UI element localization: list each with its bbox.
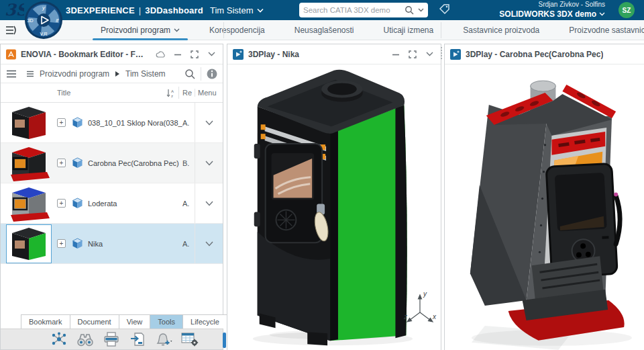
table-row[interactable]: + 038_10_01 Sklop Nora(038_10_0... A. bbox=[1, 103, 223, 143]
search-icon[interactable] bbox=[405, 5, 414, 15]
share-network-icon[interactable] bbox=[50, 331, 68, 347]
row-menu-chevron-icon[interactable] bbox=[205, 241, 213, 247]
3dplay-app-icon bbox=[450, 49, 461, 60]
tab-neusaglasenosti[interactable]: Neusaglašenosti bbox=[280, 20, 369, 40]
panel-menu-icon[interactable] bbox=[6, 70, 17, 78]
list-icon[interactable] bbox=[26, 71, 34, 77]
nika-3d-viewport[interactable]: y z x bbox=[227, 64, 441, 350]
table-row[interactable]: + Carobna Pec(Carobna Pec) B. bbox=[1, 143, 223, 183]
expand-button[interactable]: + bbox=[57, 199, 66, 208]
panel-drag-handle[interactable] bbox=[439, 47, 443, 60]
table-header: Title Az Re Menu bbox=[1, 83, 223, 103]
application-window: 3S 3DEXPERIENCE | 3DDashboard Tim Sistem… bbox=[0, 0, 644, 350]
bookmark-footer-tabs: Bookmark Document View Tools Lifecycle bbox=[1, 313, 223, 329]
search-input[interactable]: Search CATIA 3DX demo bbox=[299, 3, 428, 17]
breadcrumb-current[interactable]: Tim Sistem bbox=[125, 69, 166, 79]
search-placeholder: Search CATIA 3DX demo bbox=[303, 6, 400, 14]
row-thumbnail[interactable] bbox=[1, 144, 57, 182]
avatar[interactable]: SZ bbox=[619, 2, 635, 18]
svg-text:3S: 3S bbox=[5, 1, 24, 19]
3dplay-nika-panel: 3DPlay - Nika bbox=[227, 44, 441, 350]
tab-sastavnice-proizvoda[interactable]: Sastavnice proizvoda bbox=[448, 20, 554, 40]
column-revision[interactable]: Re bbox=[182, 89, 195, 97]
tools-toolbar bbox=[1, 329, 223, 349]
part-cube-icon bbox=[72, 238, 83, 249]
row-thumbnail[interactable] bbox=[1, 185, 57, 222]
bookmark-toolbar: Proizvodni program Tim Sistem bbox=[1, 64, 223, 83]
brand-title: 3DEXPERIENCE | 3DDashboard Tim Sistem bbox=[66, 0, 264, 20]
footer-tab-bookmark[interactable]: Bookmark bbox=[21, 314, 70, 329]
scrollbar-thumb[interactable] bbox=[223, 333, 226, 348]
axis-z-label: z bbox=[403, 313, 407, 320]
maximize-icon[interactable] bbox=[407, 48, 419, 60]
3ds-logo: 3S bbox=[4, 1, 24, 19]
sort-icon[interactable]: Az bbox=[166, 89, 175, 97]
panel-chevron-down-icon[interactable] bbox=[423, 48, 435, 60]
tab-proizvodni-program[interactable]: Proizvodni program bbox=[86, 20, 195, 40]
row-thumbnail[interactable] bbox=[1, 104, 57, 142]
row-title[interactable]: Loderata bbox=[88, 200, 182, 208]
footer-tab-document[interactable]: Document bbox=[70, 314, 119, 329]
binoculars-icon[interactable] bbox=[76, 331, 94, 347]
user-name: Srdjan Zivkov - Solfins bbox=[499, 1, 605, 9]
panel-chevron-down-icon[interactable] bbox=[205, 48, 217, 60]
user-menu[interactable]: Srdjan Zivkov - Solfins SOLIDWORKS 3DX d… bbox=[499, 1, 605, 19]
row-menu-chevron-icon[interactable] bbox=[205, 161, 213, 166]
cloud-icon[interactable] bbox=[155, 48, 167, 60]
footer-tab-tools[interactable]: Tools bbox=[150, 314, 183, 329]
search-options-chevron-icon[interactable] bbox=[418, 8, 424, 12]
row-menu-chevron-icon[interactable] bbox=[205, 201, 213, 206]
row-revision: A. bbox=[182, 200, 195, 208]
footer-tab-view[interactable]: View bbox=[119, 314, 151, 329]
table-row-selected[interactable]: + Nika A. bbox=[1, 224, 223, 264]
row-thumbnail[interactable] bbox=[1, 225, 57, 263]
info-icon[interactable] bbox=[207, 69, 217, 79]
minimize-icon[interactable] bbox=[172, 48, 184, 60]
row-title[interactable]: 038_10_01 Sklop Nora(038_10_0... bbox=[88, 119, 182, 127]
tabbar-separator bbox=[223, 22, 224, 38]
dashboard-name[interactable]: Tim Sistem bbox=[210, 5, 254, 15]
tab-proizvodne-sastavnice[interactable]: Proizvodne sastavnice bbox=[554, 20, 644, 40]
print-icon[interactable] bbox=[103, 331, 120, 347]
tab-korespodencija[interactable]: Korespodencija bbox=[195, 20, 280, 40]
brand-name: 3DEXPERIENCE bbox=[66, 5, 135, 15]
column-menu[interactable]: Menu bbox=[195, 89, 223, 97]
3dplay-carobna-panel: 3DPlay - Carobna Pec(Carobna Pec) bbox=[444, 44, 644, 350]
row-menu-chevron-icon[interactable] bbox=[205, 120, 213, 126]
footer-tab-lifecycle[interactable]: Lifecycle bbox=[183, 314, 227, 329]
carobna-3d-viewport[interactable] bbox=[445, 64, 644, 350]
top-bar: 3S 3DEXPERIENCE | 3DDashboard Tim Sistem… bbox=[0, 0, 644, 20]
row-title[interactable]: Carobna Pec(Carobna Pec) bbox=[88, 159, 182, 167]
row-title[interactable]: Nika bbox=[88, 240, 182, 248]
brand-separator: | bbox=[139, 5, 141, 15]
chevron-down-icon[interactable] bbox=[257, 8, 264, 13]
column-title[interactable]: Title bbox=[57, 89, 70, 97]
axis-triad: y z x bbox=[403, 290, 437, 331]
svg-text:A: A bbox=[171, 89, 174, 93]
tag-icon[interactable] bbox=[438, 3, 451, 16]
tabbar-separator bbox=[441, 22, 441, 38]
search-icon[interactable] bbox=[184, 69, 195, 79]
breadcrumb-root[interactable]: Proizvodni program bbox=[40, 69, 109, 79]
panel-title: ENOVIA - Bookmark Editor - Firm... bbox=[21, 50, 146, 59]
panel-title: 3DPlay - Nika bbox=[248, 50, 299, 59]
enovia-app-icon bbox=[6, 49, 16, 60]
chevron-down-icon[interactable] bbox=[174, 28, 180, 32]
chevron-down-icon[interactable] bbox=[599, 12, 605, 16]
carobna-3d-model[interactable] bbox=[445, 64, 644, 350]
bookmark-editor-panel: ENOVIA - Bookmark Editor - Firm... Proiz… bbox=[0, 44, 223, 350]
3dexperience-compass-icon[interactable]: y 3D if V,R bbox=[24, 1, 63, 40]
minimize-icon[interactable] bbox=[390, 48, 402, 60]
expand-button[interactable]: + bbox=[57, 118, 66, 127]
table-row[interactable]: + Loderata A. bbox=[1, 183, 223, 224]
table-settings-icon[interactable] bbox=[181, 331, 199, 347]
expand-button[interactable]: + bbox=[57, 159, 66, 167]
part-cube-icon bbox=[72, 157, 83, 169]
bell-add-icon[interactable] bbox=[155, 331, 172, 347]
axis-x-label: x bbox=[432, 313, 437, 320]
expand-button[interactable]: + bbox=[57, 239, 66, 248]
tab-uticaji-izmena[interactable]: Uticaji izmena bbox=[369, 20, 449, 40]
panel-toggle-icon[interactable] bbox=[5, 25, 17, 36]
maximize-icon[interactable] bbox=[189, 48, 201, 60]
export-document-icon[interactable] bbox=[129, 331, 146, 347]
